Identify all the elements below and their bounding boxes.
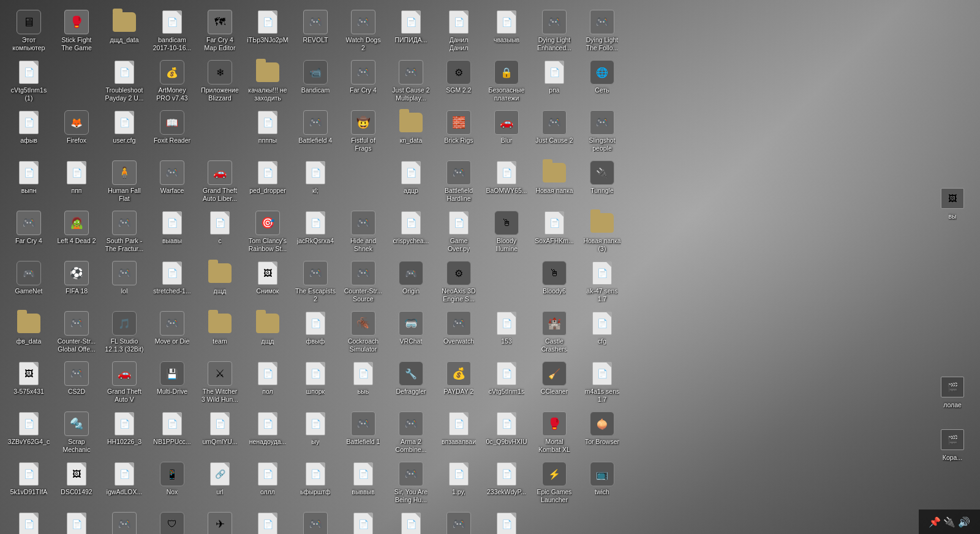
desktop-icon-63[interactable]: 📄 SoxAFHKm... [530, 208, 578, 258]
desktop-icon-28[interactable]: 📄 user.cfg [100, 108, 148, 158]
taskbar-icon-1[interactable]: 📌 [929, 516, 941, 528]
desktop-icon-27[interactable]: 🦊 Firefox [53, 108, 100, 158]
desktop-icon-139[interactable]: 🎮 BloodbathKavkaz [435, 510, 483, 534]
desktop-icon-137[interactable]: 📄 вывавыва [339, 510, 387, 534]
desktop-icon-49[interactable]: 📄 BaOMWY65... [483, 158, 530, 208]
desktop-icon-47[interactable]: 📄 адцр [387, 158, 435, 208]
right-icon-vy[interactable]: 🖼 вы [931, 184, 974, 231]
desktop-icon-2[interactable]: дщд_data [100, 7, 148, 58]
desktop-icon-83[interactable]: дщд [244, 309, 292, 359]
desktop-icon-119[interactable]: 📄 igwAdLOX... [100, 459, 148, 510]
desktop-icon-70[interactable]: 🖼 Снимок [244, 258, 292, 309]
desktop-icon-105[interactable]: 🔩 ScrapMechanic [53, 409, 100, 459]
desktop-icon-127[interactable]: 📄 233ekWdyP... [483, 459, 530, 510]
desktop-icon-126[interactable]: 📄 1.py, [435, 459, 483, 510]
desktop-icon-36[interactable]: 🚗 Blur [483, 108, 530, 158]
desktop-icon-29[interactable]: 📖 Foxit Reader [148, 108, 196, 158]
desktop-icon-66[interactable]: ⚽ FIFA 18 [53, 258, 100, 309]
desktop-icon-3[interactable]: 📄 bandicam2017-10-16... [148, 7, 196, 58]
desktop-icon-84[interactable]: 📄 фвыф [292, 309, 339, 359]
desktop-icon-43[interactable]: 🚗 Grand TheftAuto Liber... [196, 158, 244, 208]
desktop-icon-1[interactable]: 🥊 Stick FightThe Game [53, 7, 100, 58]
desktop-icon-39[interactable]: 📄 выпн [5, 158, 53, 208]
desktop-icon-78[interactable]: фв_data [5, 309, 53, 359]
desktop-icon-73[interactable]: 🎮 Origin [387, 258, 435, 309]
desktop-icon-87[interactable]: 🎮 Overwatch [435, 309, 483, 359]
desktop-icon-62[interactable]: 🖱 BloodyIllumine [483, 208, 530, 258]
desktop-icon-10[interactable]: 📄 чвазыыв [483, 7, 530, 58]
desktop-icon-94[interactable]: 💾 Multi-Drive [148, 359, 196, 409]
taskbar-icon-2[interactable]: 🔌 [943, 516, 956, 528]
desktop-icon-35[interactable]: 🧱 Brick Rigs [435, 108, 483, 158]
desktop-icon-106[interactable]: 📄 HH10226_3 [100, 409, 148, 459]
desktop-icon-112[interactable]: 🎮 Arma 2Combine... [387, 409, 435, 459]
desktop-icon-40[interactable]: 📄 ппп [53, 158, 100, 208]
desktop-icon-135[interactable]: 📄 п [244, 510, 292, 534]
desktop-icon-21[interactable]: 🎮 Just Cause 2Multiplay... [387, 58, 435, 108]
desktop-icon-76[interactable]: 🖱 Bloody6 [530, 258, 578, 309]
desktop-icon-48[interactable]: 🎮 BattlefieldHardline [435, 158, 483, 208]
desktop-icon-22[interactable]: ⚙ SGM 2.2 [435, 58, 483, 108]
desktop-icon-116[interactable]: 🧅 Tor Browser [578, 409, 626, 459]
desktop-icon-56[interactable]: 📄 с [196, 208, 244, 258]
desktop-icon-53[interactable]: 🧟 Left 4 Dead 2 [53, 208, 100, 258]
desktop-icon-58[interactable]: 📄 jacRkQsrxa4 [292, 208, 339, 258]
desktop-icon-7[interactable]: 🎮 Watch Dogs2 [339, 7, 387, 58]
desktop-icon-101[interactable]: 📄 cVtg5tInm1s [483, 359, 530, 409]
desktop-icon-55[interactable]: 📄 выавы [148, 208, 196, 258]
taskbar-corner[interactable]: 📌 🔌 🔊 [919, 510, 980, 534]
desktop-icon-6[interactable]: 🎮 REVOLT [292, 7, 339, 58]
desktop-icon-77[interactable]: 📄 ak-47 sens1.7 [578, 258, 626, 309]
desktop-icon-79[interactable]: 🎮 Counter-Str...Global Offe... [53, 309, 100, 359]
desktop-icon-57[interactable]: 🎯 Tom Clancy'sRainbow St... [244, 208, 292, 258]
desktop-icon-18[interactable]: качалкы!!! незаходить [244, 58, 292, 108]
desktop-icon-17[interactable]: ❄ ПриложениеBlizzard [196, 58, 244, 108]
desktop-icon-80[interactable]: 🎵 FL Studio12.1.3 (32Bit) [100, 309, 148, 359]
desktop-icon-69[interactable]: дщд [196, 258, 244, 309]
desktop-icon-131[interactable]: 📄 f26bcac7737b [53, 510, 100, 534]
desktop-icon-128[interactable]: ⚡ Epic GamesLauncher [530, 459, 578, 510]
desktop-icon-90[interactable]: 📄 cfg [578, 309, 626, 359]
desktop-icon-15[interactable]: 📄 TroubleshootPayday 2 U... [100, 58, 148, 108]
desktop-icon-88[interactable]: 📄 153 [483, 309, 530, 359]
desktop-icon-107[interactable]: 📄 NB1PPUcc... [148, 409, 196, 459]
desktop-icon-134[interactable]: ✈ WarThunder [196, 510, 244, 534]
desktop-icon-85[interactable]: 🪳 CockroachSimulator [339, 309, 387, 359]
desktop-icon-100[interactable]: 💰 PAYDAY 2 [435, 359, 483, 409]
desktop-icon-19[interactable]: 📹 Bandicam [292, 58, 339, 108]
desktop-icon-65[interactable]: 🎮 GameNet [5, 258, 53, 309]
desktop-icon-89[interactable]: 🏰 CastleCrashers [530, 309, 578, 359]
desktop-icon-20[interactable]: 🎮 Far Cry 4 [339, 58, 387, 108]
desktop-icon-99[interactable]: 🔧 Defraggler [387, 359, 435, 409]
desktop-icon-68[interactable]: 📄 stretched-1... [148, 258, 196, 309]
desktop-icon-51[interactable]: 🔌 Tunngle [578, 158, 626, 208]
desktop-icon-26[interactable]: 📄 афыв [5, 108, 53, 158]
desktop-icon-23[interactable]: 🔒 Безопасныеплатежи [483, 58, 530, 108]
desktop-icon-72[interactable]: 🎮 Counter-Str...Source [339, 258, 387, 309]
desktop-icon-24[interactable]: 📄 рпа [530, 58, 578, 108]
right-bottom-icon-2[interactable]: 🎬 Кора... [931, 425, 974, 473]
desktop-icon-95[interactable]: ⚔ The Witcher3 Wild Hun... [196, 359, 244, 409]
desktop-icon-109[interactable]: 📄 ненадоуда... [244, 409, 292, 459]
desktop-icon-50[interactable]: Новая папка [530, 158, 578, 208]
taskbar-icon-3[interactable]: 🔊 [958, 516, 970, 528]
desktop-icon-124[interactable]: 📄 выввыв [339, 459, 387, 510]
desktop-icon-8[interactable]: 📄 ПИПИДА... [387, 7, 435, 58]
desktop-icon-93[interactable]: 🚗 Grand TheftAuto V [100, 359, 148, 409]
desktop-icon-118[interactable]: 🖼 DSC01492 [53, 459, 100, 510]
desktop-icon-86[interactable]: 🥽 VRChat [387, 309, 435, 359]
desktop-icon-102[interactable]: 🧹 CCleaner [530, 359, 578, 409]
desktop-icon-130[interactable]: 📄 8114zmag [5, 510, 53, 534]
desktop-icon-32[interactable]: 🎮 Battlefield 4 [292, 108, 339, 158]
desktop-icon-111[interactable]: 🎮 Battlefield 1 [339, 409, 387, 459]
desktop-icon-16[interactable]: 💰 ArtMoneyPRO v7.43 [148, 58, 196, 108]
desktop-icon-33[interactable]: 🤠 Fistful ofFrags [339, 108, 387, 158]
desktop-icon-121[interactable]: 🔗 url [196, 459, 244, 510]
desktop-icon-13[interactable]: 📄 cVtg5tInm1s(1) [5, 58, 53, 108]
desktop-icon-115[interactable]: 🥊 MortalKombat XL [530, 409, 578, 459]
desktop-icon-4[interactable]: 🗺 Far Cry 4Map Editor [196, 7, 244, 58]
desktop-icon-129[interactable]: 📺 twich [578, 459, 626, 510]
desktop-icon-110[interactable]: 📄 ыу [292, 409, 339, 459]
desktop-icon-37[interactable]: 🎮 Just Cause 2 [530, 108, 578, 158]
desktop-icon-31[interactable]: 📄 ппппы [244, 108, 292, 158]
